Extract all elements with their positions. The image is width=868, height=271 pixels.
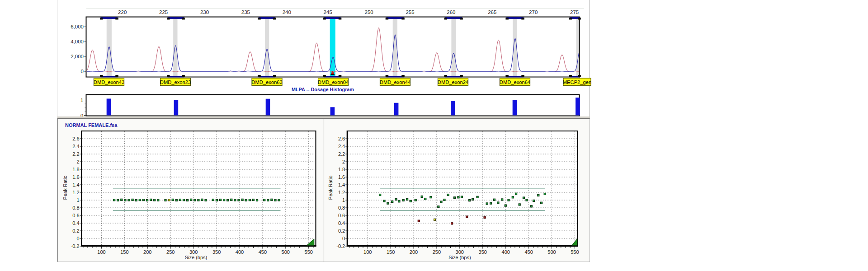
svg-text:Peak Ratio: Peak Ratio [328,176,333,200]
svg-text:0.6: 0.6 [72,213,79,218]
svg-text:4,000: 4,000 [71,39,84,44]
svg-text:200: 200 [143,249,151,255]
svg-text:MECP2_gen: MECP2_gen [563,79,591,85]
svg-text:200: 200 [410,249,418,255]
svg-text:1.6: 1.6 [338,174,345,180]
svg-text:0: 0 [76,236,79,241]
svg-text:300: 300 [189,249,198,255]
svg-text:2.4: 2.4 [72,144,79,149]
svg-text:255: 255 [406,9,414,15]
svg-text:Size (bps): Size (bps) [185,255,208,260]
svg-text:220: 220 [118,9,127,15]
svg-text:450: 450 [259,249,267,255]
svg-text:245: 245 [324,9,332,15]
svg-text:DMD_exon44: DMD_exon44 [380,79,410,85]
svg-text:250: 250 [166,249,175,255]
svg-text:150: 150 [120,249,128,255]
svg-text:2.2: 2.2 [72,151,79,157]
svg-text:400: 400 [236,249,244,255]
svg-text:0.2: 0.2 [72,228,79,234]
svg-text:0.2: 0.2 [338,228,345,234]
svg-text:550: 550 [305,249,313,255]
svg-text:275: 275 [570,9,579,15]
svg-text:6,000: 6,000 [71,24,84,29]
svg-text:0: 0 [342,236,345,241]
svg-text:350: 350 [212,249,221,255]
svg-text:260: 260 [447,9,455,15]
svg-text:300: 300 [456,249,464,255]
svg-text:250: 250 [365,9,373,15]
svg-text:MLPA -- Dosage Histogram: MLPA -- Dosage Histogram [292,87,354,92]
svg-text:2,000: 2,000 [71,54,84,59]
svg-text:0.4: 0.4 [72,220,79,226]
svg-text:1.8: 1.8 [72,167,79,172]
svg-text:1: 1 [342,197,345,203]
svg-text:0.8: 0.8 [338,205,345,210]
svg-text:2.4: 2.4 [338,144,345,149]
svg-text:240: 240 [283,9,291,15]
svg-text:0: 0 [81,69,84,74]
svg-text:2: 2 [76,159,79,164]
svg-text:2: 2 [342,159,345,164]
svg-text:225: 225 [159,9,168,15]
svg-text:Size (bps): Size (bps) [448,255,471,260]
svg-text:1: 1 [76,197,79,203]
svg-text:0.6: 0.6 [338,213,345,218]
svg-text:NORMAL FEMALE.fsa: NORMAL FEMALE.fsa [65,122,118,128]
svg-text:DMD_exon63: DMD_exon63 [251,79,282,85]
svg-text:250: 250 [433,249,441,255]
svg-text:Peak Ratio: Peak Ratio [62,176,68,200]
svg-text:235: 235 [241,9,250,15]
svg-text:400: 400 [502,249,510,255]
svg-text:500: 500 [547,249,556,255]
svg-text:150: 150 [387,249,395,255]
svg-text:100: 100 [97,249,105,255]
svg-text:500: 500 [282,249,290,255]
svg-text:DMD_exon43: DMD_exon43 [94,79,124,85]
svg-text:550: 550 [571,249,579,255]
svg-text:1.4: 1.4 [72,182,79,187]
svg-text:2.2: 2.2 [338,151,345,157]
svg-text:1.6: 1.6 [72,174,79,180]
svg-text:270: 270 [529,9,538,15]
svg-text:1.4: 1.4 [338,182,345,187]
svg-text:DMD_exon24: DMD_exon24 [438,79,468,85]
svg-text:230: 230 [200,9,209,15]
svg-text:1.8: 1.8 [338,167,345,172]
svg-text:1.2: 1.2 [72,190,79,195]
svg-text:-0.2: -0.2 [71,243,80,249]
svg-text:2.6: 2.6 [72,136,79,141]
svg-text:265: 265 [488,9,496,15]
svg-text:0.4: 0.4 [338,220,345,226]
svg-text:1: 1 [80,98,83,103]
svg-text:450: 450 [524,249,533,255]
svg-text:350: 350 [479,249,487,255]
svg-text:DMD_exon04: DMD_exon04 [318,79,349,85]
svg-text:2.6: 2.6 [338,136,345,141]
svg-text:100: 100 [363,249,372,255]
svg-text:0.8: 0.8 [72,205,79,210]
svg-text:-0.2: -0.2 [336,243,345,249]
svg-text:DMD_exon23: DMD_exon23 [160,79,191,85]
svg-text:1.2: 1.2 [338,190,345,195]
svg-text:DMD_exon64: DMD_exon64 [500,79,530,85]
